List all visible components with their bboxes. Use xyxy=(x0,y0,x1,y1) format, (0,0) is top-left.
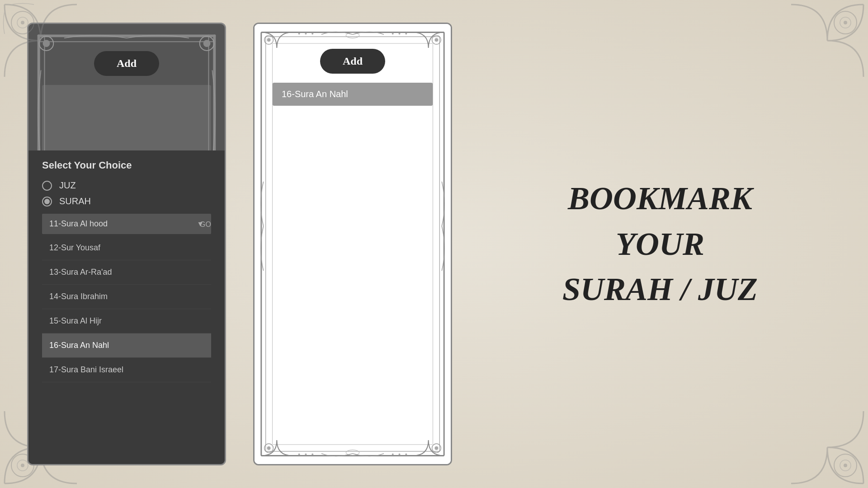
radio-juz-label: JUZ xyxy=(59,180,76,191)
svg-point-49 xyxy=(21,464,24,467)
svg-point-40 xyxy=(405,454,407,455)
radio-juz-circle xyxy=(42,181,52,191)
svg-point-36 xyxy=(305,454,307,455)
bookmark-line1: BOOKMARK xyxy=(562,176,758,221)
radio-juz[interactable]: JUZ xyxy=(42,180,211,191)
dropdown-title: Select Your Choice xyxy=(42,160,211,171)
left-add-button[interactable]: Add xyxy=(94,51,159,76)
right-add-button[interactable]: Add xyxy=(320,49,385,74)
svg-point-38 xyxy=(392,454,394,455)
list-item[interactable]: 17-Sura Bani Israeel xyxy=(42,358,211,382)
bookmark-text-section: BOOKMARK YOUR SURAH / JUZ xyxy=(479,158,841,330)
svg-point-26 xyxy=(434,446,438,450)
list-item[interactable]: 14-Sura Ibrahim xyxy=(42,285,211,309)
bookmark-line2: YOUR xyxy=(562,221,758,267)
list-item[interactable]: 13-Sura Ar-Ra'ad xyxy=(42,260,211,285)
radio-surah-circle xyxy=(42,197,52,206)
go-button-area[interactable]: GO xyxy=(200,221,211,229)
svg-point-37 xyxy=(311,454,313,455)
surah-list: 12-Sur Yousaf 13-Sura Ar-Ra'ad 14-Sura I… xyxy=(42,236,211,382)
svg-point-23 xyxy=(264,444,274,453)
go-label: GO xyxy=(200,221,211,228)
radio-surah[interactable]: SURAH xyxy=(42,196,211,206)
main-content: Add Select Your Choice JUZ SURAH xyxy=(0,0,868,488)
left-main-area xyxy=(42,85,211,157)
right-phone: Add 16-Sura An Nahl xyxy=(253,23,452,465)
bookmark-line3: SURAH / JUZ xyxy=(562,267,758,312)
right-add-button-container: Add xyxy=(255,24,451,74)
left-phone: Add Select Your Choice JUZ SURAH xyxy=(27,23,226,465)
svg-point-25 xyxy=(432,444,441,453)
dropdown-panel: Select Your Choice JUZ SURAH 11-Sura Al … xyxy=(28,150,225,464)
svg-point-28 xyxy=(346,450,359,455)
page-corner-tr xyxy=(787,0,868,81)
svg-point-46 xyxy=(844,21,847,24)
bookmark-title: BOOKMARK YOUR SURAH / JUZ xyxy=(562,176,758,312)
selected-surah-bar: 16-Sura An Nahl xyxy=(273,83,433,106)
surah-selector-text: 11-Sura Al hood xyxy=(49,219,108,229)
list-item[interactable]: 15-Sura Al Hijr xyxy=(42,309,211,333)
svg-point-39 xyxy=(399,454,401,455)
svg-point-43 xyxy=(21,21,24,24)
svg-point-52 xyxy=(844,464,847,467)
radio-surah-label: SURAH xyxy=(59,196,91,206)
list-item[interactable]: 12-Sur Yousaf xyxy=(42,236,211,260)
page-corner-br xyxy=(787,407,868,488)
svg-point-35 xyxy=(298,454,300,455)
list-item-highlighted[interactable]: 16-Sura An Nahl xyxy=(42,333,211,358)
selected-surah-text: 16-Sura An Nahl xyxy=(282,89,348,99)
right-content-area: 16-Sura An Nahl xyxy=(273,83,433,106)
svg-point-24 xyxy=(267,446,271,450)
left-add-button-container: Add xyxy=(28,24,225,76)
surah-selector-bar[interactable]: 11-Sura Al hood ▼ xyxy=(42,214,211,234)
radio-group: JUZ SURAH xyxy=(42,180,211,206)
